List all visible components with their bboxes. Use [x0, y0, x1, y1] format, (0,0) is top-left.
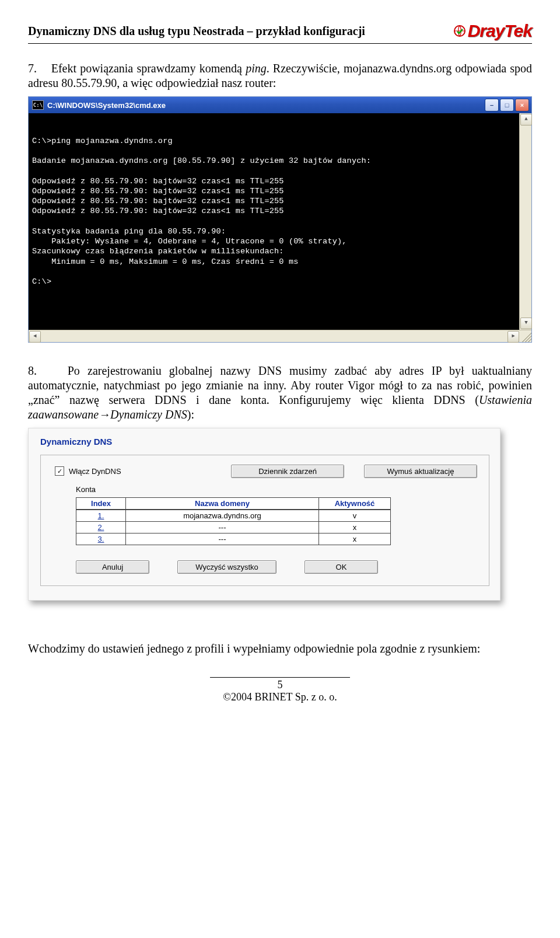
cmd-body: C:\>ping mojanazwa.dyndns.org Badanie mo… — [29, 113, 531, 342]
ddns-dialog: Dynamiczny DNS ✓ Włącz DynDNS Dziennik z… — [28, 428, 501, 601]
globe-check-icon — [453, 24, 467, 38]
ok-button[interactable]: OK — [304, 560, 378, 574]
step-number: 7. — [28, 62, 37, 75]
log-button[interactable]: Dziennik zdarzeń — [231, 465, 344, 478]
cmd-titlebar: C:\ C:\WINDOWS\System32\cmd.exe – □ × — [29, 97, 531, 113]
accounts-table: Index Nazwa domeny Aktywność 1.mojanazwa… — [76, 497, 391, 545]
minimize-button[interactable]: – — [485, 99, 499, 111]
account-active-cell: v — [319, 510, 391, 522]
col-domain: Nazwa domeny — [126, 497, 319, 510]
scrollbar-horizontal[interactable]: ◄ ► — [29, 330, 531, 342]
enable-dyndns-checkbox[interactable]: ✓ Włącz DynDNS — [55, 466, 121, 476]
table-header-row: Index Nazwa domeny Aktywność — [76, 497, 391, 510]
account-domain-cell: mojanazwa.dyndns.org — [126, 510, 319, 522]
table-row: 1.mojanazwa.dyndns.orgv — [76, 510, 391, 522]
account-index-link[interactable]: 1. — [98, 511, 104, 520]
header-title: Dynamiczny DNS dla usług typu Neostrada … — [28, 25, 365, 38]
step-number: 8. — [28, 364, 37, 377]
cmd-window: C:\ C:\WINDOWS\System32\cmd.exe – □ × C:… — [28, 96, 532, 343]
scroll-down-icon[interactable]: ▼ — [520, 318, 532, 329]
window-buttons: – □ × — [485, 99, 529, 111]
table-row: 3.---x — [76, 533, 391, 545]
scroll-up-icon[interactable]: ▲ — [520, 114, 532, 125]
cancel-button[interactable]: Anuluj — [76, 560, 149, 574]
checkbox-checked-icon: ✓ — [55, 466, 64, 476]
scrollbar-vertical[interactable]: ▲ ▼ — [519, 113, 531, 330]
page-number: 5 — [28, 679, 532, 691]
page-footer: 5 ©2004 BRINET Sp. z o. o. — [28, 677, 532, 703]
close-button[interactable]: × — [515, 99, 529, 111]
col-index: Index — [76, 497, 126, 510]
maximize-button[interactable]: □ — [500, 99, 514, 111]
enable-dyndns-label: Włącz DynDNS — [69, 467, 121, 476]
paragraph-7: 7. Efekt powiązania sprawdzamy komendą p… — [28, 61, 532, 90]
account-active-cell: x — [319, 521, 391, 533]
dialog-title: Dynamiczny DNS — [40, 437, 489, 447]
p8-text-a: Po zarejestrowaniu globalnej nazwy DNS m… — [28, 364, 532, 406]
paragraph-8: 8. Po zarejestrowaniu globalnej nazwy DN… — [28, 364, 532, 422]
clear-all-button[interactable]: Wyczyść wszystko — [177, 560, 276, 574]
resize-grip-icon[interactable] — [520, 330, 531, 342]
accounts-label: Konta — [76, 485, 477, 494]
account-active-cell: x — [319, 533, 391, 545]
page-header: Dynamiczny DNS dla usług typu Neostrada … — [28, 21, 532, 44]
table-row: 2.---x — [76, 521, 391, 533]
account-index-link[interactable]: 2. — [98, 523, 104, 532]
ping-keyword: ping — [246, 62, 267, 75]
account-domain-cell: --- — [126, 533, 319, 545]
account-index-link[interactable]: 3. — [98, 535, 104, 543]
dialog-fieldset: ✓ Włącz DynDNS Dziennik zdarzeń Wymuś ak… — [40, 455, 489, 586]
cmd-title: C:\WINDOWS\System32\cmd.exe — [47, 101, 485, 110]
scroll-right-icon[interactable]: ► — [508, 331, 519, 343]
p7-text-a: Efekt powiązania sprawdzamy komendą — [51, 62, 246, 75]
copyright: ©2004 BRINET Sp. z o. o. — [28, 691, 532, 703]
cmd-prompt-icon: C:\ — [32, 100, 44, 110]
force-update-button[interactable]: Wymuś aktualizację — [364, 465, 477, 478]
col-active: Aktywność — [319, 497, 391, 510]
dialog-bottom-buttons: Anuluj Wyczyść wszystko OK — [76, 560, 477, 574]
scroll-left-icon[interactable]: ◄ — [29, 331, 41, 343]
brand-logo: DrayTek — [453, 21, 532, 41]
logo-text: DrayTek — [468, 21, 532, 41]
p8-text-c: ): — [187, 408, 194, 421]
paragraph-profiles: Wchodzimy do ustawień jednego z profili … — [28, 641, 532, 656]
account-domain-cell: --- — [126, 521, 319, 533]
